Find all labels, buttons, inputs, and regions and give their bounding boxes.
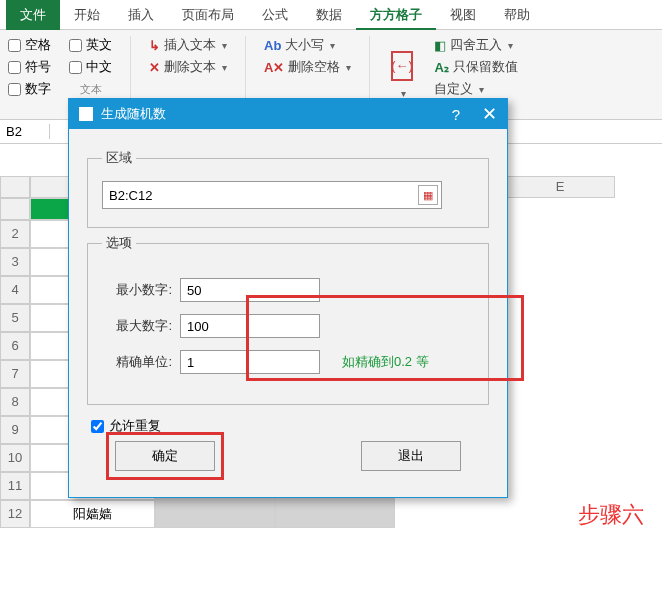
min-input[interactable] [180, 278, 320, 302]
row-5[interactable]: 5 [0, 304, 30, 332]
row-4[interactable]: 4 [0, 276, 30, 304]
tab-insert[interactable]: 插入 [114, 0, 168, 30]
col-e[interactable]: E [505, 176, 615, 198]
row-2[interactable]: 2 [0, 220, 30, 248]
legend-options: 选项 [102, 234, 136, 252]
ribbon-sep-3 [369, 36, 370, 106]
allow-repeat-checkbox[interactable]: 允许重复 [91, 417, 489, 435]
row-8[interactable]: 8 [0, 388, 30, 416]
step-label: 步骤六 [578, 500, 644, 530]
max-label: 最大数字: [102, 317, 172, 335]
tab-file[interactable]: 文件 [6, 0, 60, 30]
max-input[interactable] [180, 314, 320, 338]
tab-view[interactable]: 视图 [436, 0, 490, 30]
prec-label: 精确单位: [102, 353, 172, 371]
btn-insert-text[interactable]: ↳插入文本▾ [149, 36, 227, 54]
fieldset-region: 区域 B2:C12 ▦ [87, 149, 489, 228]
tab-data[interactable]: 数据 [302, 0, 356, 30]
ribbon-sep-1 [130, 36, 131, 106]
row-9[interactable]: 9 [0, 416, 30, 444]
legend-region: 区域 [102, 149, 136, 167]
chk-english[interactable]: 英文 [69, 36, 112, 54]
btn-case-convert[interactable]: Ab大小写▾ [264, 36, 351, 54]
min-label: 最小数字: [102, 281, 172, 299]
btn-keep-number[interactable]: A₂只保留数值 [434, 58, 517, 76]
range-picker-icon[interactable]: ▦ [418, 185, 438, 205]
region-input-wrap[interactable]: B2:C12 ▦ [102, 181, 442, 209]
dialog-titlebar[interactable]: 生成随机数 ? ✕ [69, 99, 507, 129]
name-box[interactable]: B2 [0, 124, 50, 139]
btn-custom[interactable]: 自定义▾ [434, 80, 517, 98]
row-1[interactable] [0, 198, 30, 220]
region-value: B2:C12 [109, 188, 152, 203]
btn-delete-text[interactable]: ✕删除文本▾ [149, 58, 227, 76]
ribbon-sep-2 [245, 36, 246, 106]
ok-button[interactable]: 确定 [115, 441, 215, 471]
chk-symbol[interactable]: 符号 [8, 58, 51, 76]
row-12[interactable]: 12 [0, 500, 30, 528]
dialog-icon [79, 107, 93, 121]
chk-chinese[interactable]: 中文 [69, 58, 112, 76]
dialog-title-text: 生成随机数 [101, 105, 166, 123]
prec-hint: 如精确到0.2 等 [342, 353, 429, 371]
row-6[interactable]: 6 [0, 332, 30, 360]
btn-delete-space[interactable]: A✕删除空格▾ [264, 58, 351, 76]
dialog-help-icon[interactable]: ? [452, 106, 460, 123]
tab-formula[interactable]: 公式 [248, 0, 302, 30]
random-dialog: 生成随机数 ? ✕ 区域 B2:C12 ▦ 选项 最小数字: 最大数字: [68, 98, 508, 498]
row-11[interactable]: 11 [0, 472, 30, 500]
chk-space[interactable]: 空格 [8, 36, 51, 54]
row-3[interactable]: 3 [0, 248, 30, 276]
row-headers: 2 3 4 5 6 7 8 9 10 11 12 [0, 198, 30, 528]
select-all-corner[interactable] [0, 176, 30, 198]
row-10[interactable]: 10 [0, 444, 30, 472]
tab-help[interactable]: 帮助 [490, 0, 544, 30]
dialog-close-icon[interactable]: ✕ [482, 103, 497, 125]
tab-fgz[interactable]: 方方格子 [356, 0, 436, 30]
chk-number[interactable]: 数字 [8, 80, 51, 98]
tab-start[interactable]: 开始 [60, 0, 114, 30]
ribbon-group-text: 文本 [69, 82, 112, 97]
cell-a12[interactable]: 阳嫱嫱 [30, 500, 155, 528]
tab-layout[interactable]: 页面布局 [168, 0, 248, 30]
ribbon-tabs: 文件 开始 插入 页面布局 公式 数据 方方格子 视图 帮助 [0, 0, 662, 30]
row-7[interactable]: 7 [0, 360, 30, 388]
fieldset-options: 选项 最小数字: 最大数字: 精确单位: 如精确到0.2 等 [87, 234, 489, 405]
btn-rounding[interactable]: ◧四舍五入▾ [434, 36, 517, 54]
svg-text:(←): (←) [392, 58, 414, 73]
dialog-body: 区域 B2:C12 ▦ 选项 最小数字: 最大数字: 精确单位: 如精确到0.2… [69, 129, 507, 485]
cancel-button[interactable]: 退出 [361, 441, 461, 471]
prec-input[interactable] [180, 350, 320, 374]
clipboard-icon[interactable]: (←) [388, 50, 416, 84]
